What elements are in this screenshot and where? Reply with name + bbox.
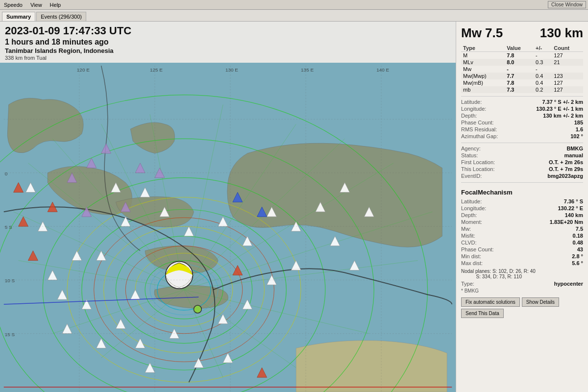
- svg-text:10 S: 10 S: [5, 278, 15, 283]
- agency-row: First Location:O.T. + 2m 26s: [461, 159, 583, 166]
- mag-table-row: M7.8-127: [461, 52, 583, 59]
- mag-table-row: Mw--: [461, 66, 583, 73]
- tab-events[interactable]: Events (296/300): [36, 12, 86, 21]
- mag-table-row: Mw(mB)7.80.4127: [461, 79, 583, 86]
- agency-row: EventID:bmg2023apzg: [461, 172, 583, 179]
- col-count: Count: [552, 45, 583, 52]
- tab-summary[interactable]: Summary: [2, 12, 35, 21]
- svg-text:125 E: 125 E: [150, 67, 163, 73]
- focal-row: Moment:1.83E+20 Nm: [461, 219, 583, 225]
- menu-items: Speedo View Help: [2, 1, 63, 8]
- svg-text:0: 0: [5, 171, 8, 176]
- mag-table-row: mb7.30.2127: [461, 86, 583, 93]
- focal-row: Max dist:5.6 °: [461, 260, 583, 267]
- menubar: Speedo View Help Close Window: [0, 0, 588, 10]
- svg-text:15 S: 15 S: [5, 332, 15, 337]
- agency-row: Status:manual: [461, 152, 583, 159]
- col-pm: +/-: [534, 45, 552, 52]
- location-row: Latitude:7.37 ° S +/- 2 km: [461, 98, 583, 105]
- focal-agency: * BMKG: [461, 288, 583, 294]
- magnitude-table: Type Value +/- Count M7.8-127MLv8.00.321…: [461, 45, 583, 93]
- event-header: 2023-01-09 17:47:33 UTC 1 hours and 18 m…: [0, 22, 456, 63]
- svg-text:140 E: 140 E: [376, 67, 389, 73]
- close-window-button[interactable]: Close Window: [548, 1, 586, 8]
- bottom-buttons: Fix automatic solutions Show Details: [461, 297, 583, 307]
- menu-speedo[interactable]: Speedo: [2, 1, 24, 8]
- focal-row: Misfit:0.18: [461, 232, 583, 239]
- event-datetime: 2023-01-09 17:47:33 UTC: [5, 24, 451, 37]
- svg-text:130 E: 130 E: [225, 67, 238, 73]
- focal-row: Mw:7.5: [461, 225, 583, 232]
- col-value: Value: [505, 45, 534, 52]
- menu-help[interactable]: Help: [48, 1, 63, 8]
- tabbar: Summary Events (296/300): [0, 10, 588, 22]
- solution-circle: [194, 305, 201, 313]
- col-type: Type: [461, 45, 505, 52]
- mag-table-row: MLv8.00.321: [461, 59, 583, 66]
- focal-mechanism-title: FocalMechanism: [461, 189, 583, 196]
- focal-type-row: Type: hypocenter: [461, 280, 583, 287]
- svg-text:5 S: 5 S: [5, 224, 12, 230]
- event-region: Tanimbar Islands Region, Indonesia: [5, 47, 451, 55]
- send-data-button[interactable]: Send This Data: [461, 309, 504, 318]
- mw-value: Mw 7.5: [461, 25, 503, 41]
- show-details-button[interactable]: Show Details: [522, 297, 559, 307]
- focal-mechanism-section: FocalMechanism Latitude:7.36 ° SLongitud…: [461, 182, 583, 294]
- main-layout: 2023-01-09 17:47:33 UTC 1 hours and 18 m…: [0, 22, 588, 392]
- location-row: Longitude:130.23 ° E +/- 1 km: [461, 105, 583, 112]
- location-info: Latitude:7.37 ° S +/- 2 kmLongitude:130.…: [461, 96, 583, 140]
- focal-row: CLVD:0.48: [461, 239, 583, 246]
- right-panel: Mw 7.5 130 km Type Value +/- Count M7.8-…: [456, 22, 588, 392]
- agency-info: Agency:BMKGStatus:manualFirst Location:O…: [461, 143, 583, 179]
- map-svg: 120 E 125 E 130 E 135 E 140 E 0 5 S 10 S…: [0, 66, 456, 392]
- mag-table-row: Mw(Mwp)7.70.4123: [461, 73, 583, 79]
- event-timeago: 1 hours and 18 minutes ago: [5, 37, 451, 47]
- location-row: Depth:130 km +/- 2 km: [461, 112, 583, 119]
- focal-row: Min dist:2.8 °: [461, 253, 583, 260]
- focal-type-value: hypocenter: [554, 281, 583, 287]
- svg-text:135 E: 135 E: [301, 67, 314, 73]
- menu-view[interactable]: View: [28, 1, 44, 8]
- focal-row: Longitude:130.22 ° E: [461, 205, 583, 212]
- agency-row: This Location:O.T. + 7m 29s: [461, 166, 583, 172]
- svg-text:120 E: 120 E: [77, 67, 90, 73]
- location-row: RMS Residual:1.6: [461, 126, 583, 133]
- fix-automatic-button[interactable]: Fix automatic solutions: [461, 297, 520, 307]
- location-row: Azimuthal Gap:102 °: [461, 133, 583, 140]
- map-area[interactable]: 2023-01-09 17:47:33 UTC 1 hours and 18 m…: [0, 22, 456, 392]
- focal-row: Latitude:7.36 ° S: [461, 198, 583, 205]
- focal-row: Depth:140 km: [461, 212, 583, 219]
- location-row: Phase Count:185: [461, 119, 583, 126]
- nodal-planes: Nodal planes: S: 102, D: 26, R: 40 S: 33…: [461, 269, 583, 279]
- focal-row: Phase Count:43: [461, 246, 583, 253]
- mw-depth-header: Mw 7.5 130 km: [461, 25, 583, 41]
- agency-row: Agency:BMKG: [461, 145, 583, 152]
- focal-type-label: Type:: [461, 281, 500, 287]
- depth-value: 130 km: [540, 25, 583, 41]
- focal-mechanism-ball: [166, 262, 193, 289]
- event-distance: 338 km from Tual: [5, 55, 451, 61]
